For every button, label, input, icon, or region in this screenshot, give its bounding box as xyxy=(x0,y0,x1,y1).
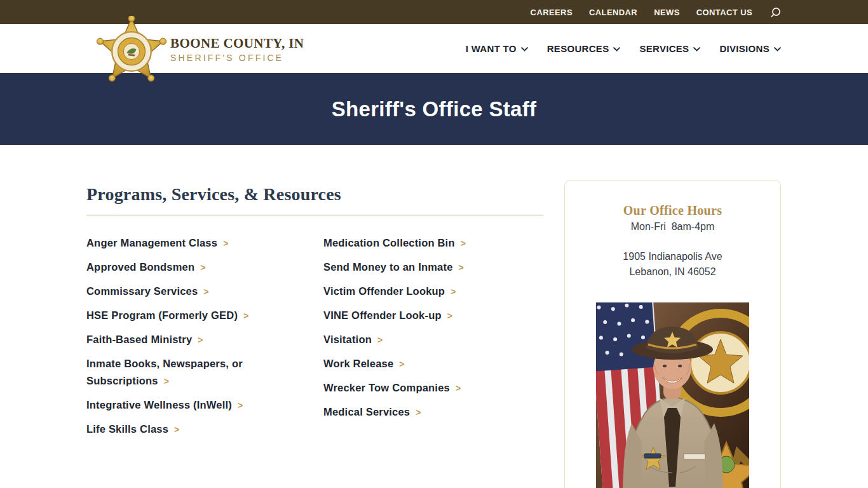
chevron-right-icon: > xyxy=(399,359,404,369)
nav-item-i-want-to[interactable]: I WANT TO xyxy=(466,43,528,54)
link-wrecker-tow-companies[interactable]: Wrecker Tow Companies> xyxy=(323,379,544,397)
section-heading: Programs, Services, & Resources xyxy=(86,184,544,205)
link-commissary-services[interactable]: Commissary Services> xyxy=(86,283,307,301)
main-nav: I WANT TO RESOURCES SERVICES DIVISIONS xyxy=(466,43,781,54)
page-title: Sheriff's Office Staff xyxy=(332,97,537,121)
site-header: BOONE COUNTY, IN SHERIFF'S OFFICE I WANT… xyxy=(0,24,868,73)
nav-label: I WANT TO xyxy=(466,43,517,54)
program-links-col1: Anger Management Class> Approved Bondsme… xyxy=(86,234,307,445)
chevron-right-icon: > xyxy=(461,238,466,248)
page: CAREERS CALENDAR NEWS CONTACT US xyxy=(0,0,868,488)
chevron-right-icon: > xyxy=(447,311,452,321)
nav-item-resources[interactable]: RESOURCES xyxy=(547,43,621,54)
link-approved-bondsmen[interactable]: Approved Bondsmen> xyxy=(86,259,307,276)
nav-label: DIVISIONS xyxy=(719,43,770,54)
link-hse-program[interactable]: HSE Program (Formerly GED)> xyxy=(86,307,307,325)
chevron-down-icon xyxy=(693,47,700,51)
chevron-right-icon: > xyxy=(451,287,456,297)
chevron-down-icon xyxy=(613,47,620,51)
topbar-link-careers[interactable]: CAREERS xyxy=(531,8,573,17)
nav-label: SERVICES xyxy=(639,43,689,54)
office-address: 1905 Indianapolis Ave Lebanon, IN 46052 xyxy=(565,249,780,280)
address-line2: Lebanon, IN 46052 xyxy=(565,264,780,280)
chevron-right-icon: > xyxy=(243,311,248,321)
chevron-right-icon: > xyxy=(456,383,461,393)
chevron-down-icon xyxy=(774,47,781,51)
link-faith-based-ministry[interactable]: Faith-Based Ministry> xyxy=(86,331,307,349)
topbar-link-contact-us[interactable]: CONTACT US xyxy=(696,8,752,17)
logo-title: BOONE COUNTY, IN xyxy=(170,36,304,51)
sheriff-star-badge-icon xyxy=(96,16,167,87)
sheriff-portrait-photo xyxy=(596,302,749,488)
chevron-right-icon: > xyxy=(198,335,203,345)
search-icon[interactable] xyxy=(770,7,781,18)
chevron-right-icon: > xyxy=(174,424,179,435)
link-anger-management-class[interactable]: Anger Management Class> xyxy=(86,234,307,252)
office-hours-value: Mon-Fri 8am-4pm xyxy=(565,221,780,233)
logo-text: BOONE COUNTY, IN SHERIFF'S OFFICE xyxy=(170,34,304,63)
link-medication-collection-bin[interactable]: Medication Collection Bin> xyxy=(323,234,544,252)
link-visitation[interactable]: Visitation> xyxy=(323,331,544,349)
link-vine-offender-lookup[interactable]: VINE Offender Look-up> xyxy=(323,307,544,325)
link-life-skills-class[interactable]: Life Skills Class> xyxy=(86,421,307,438)
link-work-release[interactable]: Work Release> xyxy=(323,355,544,373)
chevron-right-icon: > xyxy=(459,262,464,273)
logo-home-link[interactable]: BOONE COUNTY, IN SHERIFF'S OFFICE xyxy=(87,34,304,63)
address-line1: 1905 Indianapolis Ave xyxy=(565,249,780,264)
logo-subtitle: SHERIFF'S OFFICE xyxy=(170,53,304,63)
topbar-link-news[interactable]: NEWS xyxy=(654,8,680,17)
office-hours-title: Our Office Hours xyxy=(565,203,780,218)
chevron-right-icon: > xyxy=(200,262,205,273)
link-medical-services[interactable]: Medical Services> xyxy=(323,403,544,421)
nav-item-services[interactable]: SERVICES xyxy=(639,43,700,54)
chevron-down-icon xyxy=(521,47,528,51)
chevron-right-icon: > xyxy=(416,407,421,417)
gold-divider xyxy=(86,215,543,215)
chevron-right-icon: > xyxy=(223,238,228,248)
link-inmate-books-newspapers-subscriptions[interactable]: Inmate Books, Newspapers, or Subscriptio… xyxy=(86,355,307,390)
chevron-right-icon: > xyxy=(377,335,383,345)
link-integrative-wellness[interactable]: Integrative Wellness (InWell)> xyxy=(86,396,307,414)
nav-label: RESOURCES xyxy=(547,43,609,54)
topbar-link-calendar[interactable]: CALENDAR xyxy=(589,8,637,17)
link-victim-offender-lookup[interactable]: Victim Offender Lookup> xyxy=(323,283,544,301)
link-send-money-to-inmate[interactable]: Send Money to an Inmate> xyxy=(323,259,544,276)
program-links-col2: Medication Collection Bin> Send Money to… xyxy=(323,234,544,445)
nav-item-divisions[interactable]: DIVISIONS xyxy=(719,43,781,54)
program-links: Anger Management Class> Approved Bondsme… xyxy=(86,234,544,445)
chevron-right-icon: > xyxy=(164,376,169,386)
office-hours-card: Our Office Hours Mon-Fri 8am-4pm 1905 In… xyxy=(564,180,781,488)
chevron-right-icon: > xyxy=(238,400,243,410)
chevron-right-icon: > xyxy=(203,287,208,297)
main-content: Programs, Services, & Resources Anger Ma… xyxy=(86,184,544,445)
